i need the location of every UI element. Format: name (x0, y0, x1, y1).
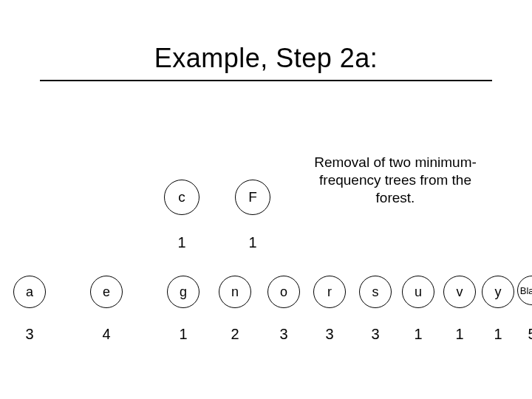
node-circle: y (482, 276, 514, 308)
forest-node-v: v 1 (443, 276, 476, 343)
removed-node-c: c 1 (164, 180, 200, 251)
node-circle: e (90, 276, 123, 308)
forest-node-a: a 3 (13, 276, 46, 343)
node-circle: F (235, 180, 270, 215)
forest-node-y: y 1 (482, 276, 514, 343)
page-title: Example, Step 2a: (0, 43, 532, 74)
node-freq: 5 (517, 326, 532, 343)
title-rule (40, 80, 492, 81)
node-freq: 1 (443, 326, 476, 343)
node-circle: r (313, 276, 346, 308)
forest-node-s: s 3 (359, 276, 392, 343)
node-freq: 4 (90, 326, 123, 343)
footer-course-line1: CSE 373 AU 04 -- Huffman (200, 397, 332, 400)
node-freq: 1 (164, 234, 200, 251)
node-circle: g (167, 276, 200, 308)
node-freq: 3 (267, 326, 300, 343)
forest-node-r: r 3 (313, 276, 346, 343)
node-freq: 1 (402, 326, 434, 343)
node-freq: 1 (235, 234, 270, 251)
node-circle: u (402, 276, 434, 308)
slide: Example, Step 2a: Removal of two minimum… (0, 43, 532, 399)
forest-node-o: o 3 (267, 276, 300, 343)
node-freq: 3 (359, 326, 392, 343)
node-freq: 3 (13, 326, 46, 343)
removed-node-f: F 1 (235, 180, 270, 251)
forest-node-g: g 1 (167, 276, 200, 343)
node-circle: a (13, 276, 46, 308)
footer-course: CSE 373 AU 04 -- Huffman Coding (0, 397, 532, 400)
removal-note: Removal of two minimum-frequency trees f… (314, 154, 477, 206)
node-freq: 2 (219, 326, 251, 343)
forest-node-blank: Blank 5 (517, 276, 532, 343)
node-circle: n (219, 276, 251, 308)
node-circle: v (443, 276, 476, 308)
node-circle: s (359, 276, 392, 308)
forest-node-u: u 1 (402, 276, 434, 343)
node-circle: o (267, 276, 300, 308)
forest-node-e: e 4 (90, 276, 123, 343)
node-freq: 1 (167, 326, 200, 343)
node-freq: 1 (482, 326, 514, 343)
forest-node-n: n 2 (219, 276, 251, 343)
node-circle: Blank (517, 276, 532, 305)
node-circle: c (164, 180, 200, 215)
node-freq: 3 (313, 326, 346, 343)
